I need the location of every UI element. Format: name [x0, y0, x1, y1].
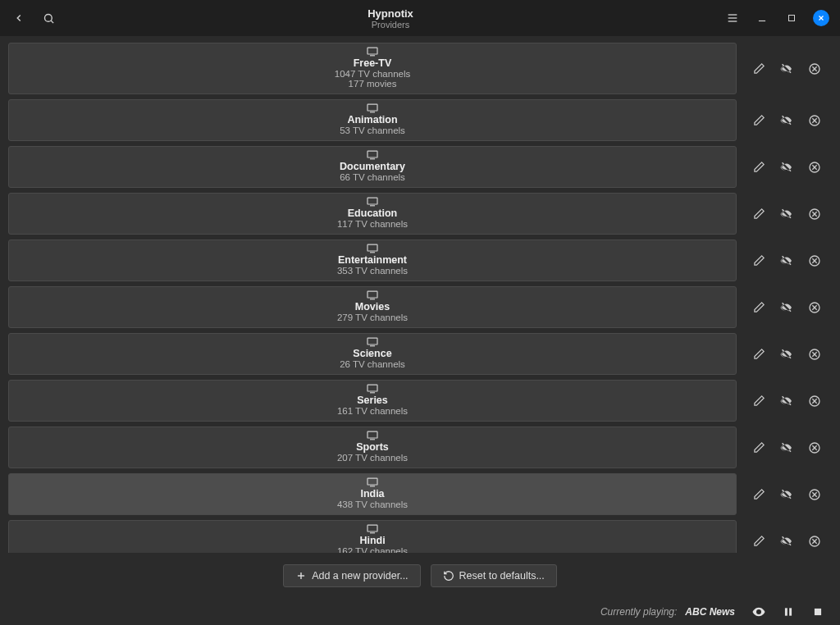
provider-name: Movies: [355, 301, 390, 312]
provider-card[interactable]: Animation53 TV channels: [8, 99, 737, 141]
provider-channels: 207 TV channels: [337, 453, 408, 463]
remove-provider-button[interactable]: [801, 254, 829, 267]
maximize-button[interactable]: [779, 6, 804, 30]
hide-provider-button[interactable]: [773, 440, 801, 455]
hide-provider-button[interactable]: [773, 300, 801, 315]
pencil-icon: [753, 254, 765, 267]
close-circle-icon: [808, 301, 821, 314]
hide-provider-button[interactable]: [773, 253, 801, 268]
tv-icon: [366, 524, 379, 534]
provider-card[interactable]: Documentary66 TV channels: [8, 146, 737, 188]
edit-provider-button[interactable]: [745, 161, 773, 173]
provider-card[interactable]: India438 TV channels: [8, 473, 737, 515]
reset-defaults-button[interactable]: Reset to defaults...: [431, 564, 557, 587]
edit-provider-button[interactable]: [745, 348, 773, 360]
provider-channels: 279 TV channels: [337, 312, 408, 322]
pencil-icon: [753, 441, 765, 454]
hamburger-menu-button[interactable]: [720, 6, 745, 30]
hide-provider-button[interactable]: [773, 160, 801, 175]
remove-provider-button[interactable]: [801, 62, 829, 75]
close-icon: [813, 10, 829, 26]
provider-actions: [742, 380, 832, 422]
minimize-button[interactable]: [750, 6, 774, 30]
provider-card[interactable]: Series161 TV channels: [8, 380, 737, 422]
svg-rect-54: [368, 478, 377, 485]
eye-off-icon: [779, 347, 794, 362]
provider-row: Movies279 TV channels: [8, 286, 832, 328]
svg-point-66: [758, 611, 760, 614]
back-button[interactable]: [7, 6, 31, 30]
edit-provider-button[interactable]: [745, 488, 773, 500]
provider-row: Documentary66 TV channels: [8, 146, 832, 188]
add-provider-button[interactable]: Add a new provider...: [283, 564, 420, 587]
pause-button[interactable]: [778, 601, 799, 623]
now-playing-label: Currently playing:: [600, 606, 677, 618]
remove-provider-button[interactable]: [801, 535, 829, 548]
edit-provider-button[interactable]: [745, 62, 773, 75]
edit-provider-button[interactable]: [745, 208, 773, 220]
hide-provider-button[interactable]: [773, 534, 801, 549]
provider-card[interactable]: Science26 TV channels: [8, 333, 737, 375]
edit-provider-button[interactable]: [745, 441, 773, 454]
provider-list: Free-TV1047 TV channels177 moviesAnimati…: [0, 36, 840, 553]
tv-icon: [366, 290, 379, 300]
close-circle-icon: [808, 488, 821, 501]
provider-row: Animation53 TV channels: [8, 99, 832, 141]
provider-actions: [742, 240, 832, 281]
remove-provider-button[interactable]: [801, 208, 829, 221]
provider-card[interactable]: Sports207 TV channels: [8, 427, 737, 468]
eye-off-icon: [779, 62, 794, 76]
provider-card[interactable]: Hindi162 TV channels: [8, 520, 737, 553]
hide-provider-button[interactable]: [773, 62, 801, 76]
provider-row: Free-TV1047 TV channels177 movies: [8, 43, 832, 94]
eye-off-icon: [779, 300, 794, 315]
provider-name: Animation: [347, 114, 397, 125]
search-button[interactable]: [36, 6, 61, 30]
remove-provider-button[interactable]: [801, 161, 829, 174]
tv-icon: [366, 197, 379, 207]
show-video-button[interactable]: [748, 601, 769, 623]
provider-actions: [742, 520, 832, 553]
svg-rect-69: [815, 609, 821, 615]
provider-row: Sports207 TV channels: [8, 427, 832, 468]
svg-line-1: [51, 21, 53, 23]
pencil-icon: [753, 535, 765, 547]
remove-provider-button[interactable]: [801, 348, 829, 361]
edit-provider-button[interactable]: [745, 114, 773, 126]
close-window-button[interactable]: [809, 6, 833, 30]
remove-provider-button[interactable]: [801, 488, 829, 501]
remove-provider-button[interactable]: [801, 441, 829, 454]
stop-button[interactable]: [807, 601, 829, 623]
edit-provider-button[interactable]: [745, 254, 773, 267]
pencil-icon: [753, 488, 765, 500]
titlebar: Hypnotix Providers: [0, 0, 840, 36]
edit-provider-button[interactable]: [745, 535, 773, 547]
hide-provider-button[interactable]: [773, 394, 801, 408]
remove-provider-button[interactable]: [801, 114, 829, 127]
eye-off-icon: [779, 207, 794, 221]
remove-provider-button[interactable]: [801, 301, 829, 314]
hide-provider-button[interactable]: [773, 347, 801, 362]
provider-card[interactable]: Education117 TV channels: [8, 193, 737, 235]
svg-rect-39: [368, 338, 377, 344]
provider-card[interactable]: Entertainment353 TV channels: [8, 240, 737, 281]
remove-provider-button[interactable]: [801, 395, 829, 408]
hide-provider-button[interactable]: [773, 207, 801, 221]
close-circle-icon: [808, 395, 821, 408]
provider-name: Science: [353, 348, 391, 359]
provider-name: Education: [348, 208, 397, 219]
provider-card[interactable]: Free-TV1047 TV channels177 movies: [8, 43, 737, 94]
provider-card[interactable]: Movies279 TV channels: [8, 286, 737, 328]
pencil-icon: [753, 395, 765, 407]
provider-name: Series: [357, 395, 388, 406]
eye-off-icon: [779, 253, 794, 268]
close-circle-icon: [808, 535, 821, 548]
provider-channels: 438 TV channels: [337, 500, 408, 509]
hide-provider-button[interactable]: [773, 487, 801, 502]
hide-provider-button[interactable]: [773, 113, 801, 128]
edit-provider-button[interactable]: [745, 301, 773, 313]
tv-icon: [366, 103, 379, 113]
tv-icon: [366, 47, 379, 57]
svg-rect-44: [368, 385, 377, 391]
edit-provider-button[interactable]: [745, 395, 773, 407]
